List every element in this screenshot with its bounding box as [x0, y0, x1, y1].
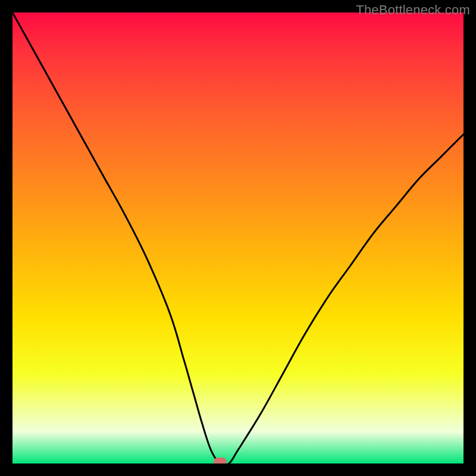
- bottleneck-curve: [12, 12, 464, 464]
- plot-area: [12, 12, 464, 464]
- watermark-text: TheBottleneck.com: [356, 2, 470, 18]
- curve-path: [12, 12, 464, 464]
- ideal-point-marker: [214, 458, 227, 464]
- chart-frame: TheBottleneck.com: [0, 0, 476, 476]
